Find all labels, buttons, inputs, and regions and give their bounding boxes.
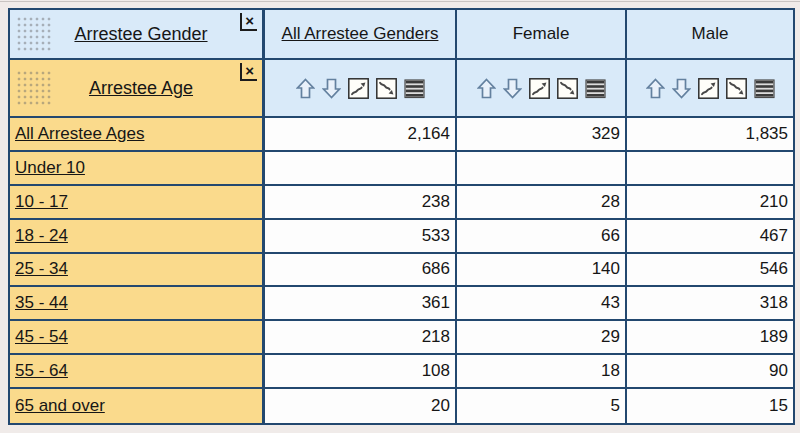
column-header-female: Female [457,10,627,60]
move-up-icon[interactable] [477,78,496,99]
data-cell: 686 [265,254,457,288]
data-cell: 108 [265,355,457,389]
data-cell: 329 [457,118,627,152]
data-cell: 29 [457,321,627,355]
column-header-all-genders: All Arrestee Genders [265,10,457,60]
list-icon[interactable] [585,78,606,99]
row-header: All Arrestee Ages [10,118,265,152]
move-up-icon[interactable] [646,78,665,99]
move-down-icon[interactable] [672,78,691,99]
column-header-label: Female [513,24,570,44]
row-header-link[interactable]: 65 and over [15,396,105,416]
row-header: 18 - 24 [10,220,265,254]
data-cell: 15 [627,389,793,423]
list-icon[interactable] [404,78,425,99]
row-header: 45 - 54 [10,321,265,355]
row-header-link[interactable]: 45 - 54 [15,327,68,347]
data-cell: 43 [457,287,627,321]
data-cell: 140 [457,254,627,288]
remove-field-icon[interactable]: × [240,13,257,31]
row-header-link[interactable]: 10 - 17 [15,192,68,212]
column-toolbar-male [627,60,793,118]
row-header: 10 - 17 [10,186,265,220]
row-header: 65 and over [10,389,265,423]
pivot-table-page: Arrestee Gender × All Arrestee Genders F… [0,0,800,433]
row-dimension-cell: Arrestee Age × [10,60,265,118]
data-cell: 2,164 [265,118,457,152]
sort-ascending-icon[interactable] [348,78,369,99]
row-header-link[interactable]: 55 - 64 [15,361,68,381]
column-dimension-label[interactable]: Arrestee Gender [74,24,207,45]
data-cell: 533 [265,220,457,254]
data-cell: 361 [265,287,457,321]
row-header: 55 - 64 [10,355,265,389]
drag-handle-icon[interactable] [16,16,52,52]
row-header: 25 - 34 [10,254,265,288]
data-cell: 189 [627,321,793,355]
drag-handle-icon[interactable] [16,70,52,106]
data-cell [627,152,793,186]
sort-ascending-icon[interactable] [698,78,719,99]
column-header-male: Male [627,10,793,60]
data-cell: 28 [457,186,627,220]
sort-descending-icon[interactable] [376,78,397,99]
data-cell: 20 [265,389,457,423]
row-header-link[interactable]: 25 - 34 [15,259,68,279]
list-icon[interactable] [754,78,775,99]
data-cell: 1,835 [627,118,793,152]
move-down-icon[interactable] [503,78,522,99]
data-cell: 66 [457,220,627,254]
row-header: Under 10 [10,152,265,186]
data-cell: 5 [457,389,627,423]
row-header-link[interactable]: Under 10 [15,158,85,178]
remove-field-icon[interactable]: × [240,63,257,81]
data-cell: 318 [627,287,793,321]
data-cell: 238 [265,186,457,220]
data-cell [457,152,627,186]
top-edge-line [0,1,800,2]
column-toolbar-female [457,60,627,118]
column-dimension-cell: Arrestee Gender × [10,10,265,60]
data-cell: 218 [265,321,457,355]
move-up-icon[interactable] [296,78,315,99]
sort-descending-icon[interactable] [726,78,747,99]
data-cell [265,152,457,186]
data-cell: 90 [627,355,793,389]
sort-ascending-icon[interactable] [529,78,550,99]
row-header-link[interactable]: All Arrestee Ages [15,124,144,144]
row-header-link[interactable]: 18 - 24 [15,226,68,246]
sort-descending-icon[interactable] [557,78,578,99]
column-header-label: Male [692,24,729,44]
row-header: 35 - 44 [10,287,265,321]
row-dimension-label[interactable]: Arrestee Age [89,78,193,99]
data-cell: 467 [627,220,793,254]
data-cell: 210 [627,186,793,220]
pivot-table: Arrestee Gender × All Arrestee Genders F… [8,8,795,425]
move-down-icon[interactable] [322,78,341,99]
row-header-link[interactable]: 35 - 44 [15,293,68,313]
column-header-label[interactable]: All Arrestee Genders [282,24,439,44]
data-cell: 18 [457,355,627,389]
column-toolbar-all-genders [265,60,457,118]
data-cell: 546 [627,254,793,288]
